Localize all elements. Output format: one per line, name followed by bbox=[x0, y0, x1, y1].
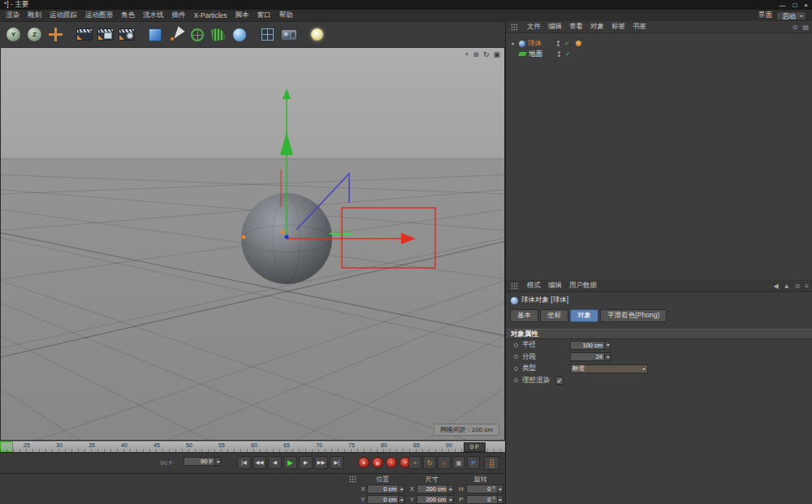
stepper-icon[interactable] bbox=[497, 496, 503, 503]
stepper-icon[interactable] bbox=[398, 485, 404, 493]
size-x-field[interactable]: 200 cm bbox=[417, 485, 454, 493]
rot-h-field[interactable]: 0 ° bbox=[466, 485, 503, 493]
goto-start-button[interactable]: |◀ bbox=[237, 456, 251, 469]
menu-item-xparticles[interactable]: X-Particles bbox=[194, 11, 227, 19]
record-objects-button[interactable]: ● bbox=[358, 457, 369, 468]
tab-coordinates[interactable]: 坐标 bbox=[540, 309, 568, 322]
panel-grip-icon[interactable] bbox=[349, 476, 356, 483]
type-dropdown[interactable]: 标准 bbox=[570, 364, 648, 373]
keyframe-dot-icon[interactable] bbox=[514, 355, 518, 359]
keyframe-dot-icon[interactable] bbox=[514, 378, 518, 382]
om-menu-view[interactable]: 查看 bbox=[569, 22, 583, 32]
maximize-button[interactable]: □ bbox=[793, 2, 797, 9]
current-frame-marker[interactable] bbox=[0, 442, 13, 452]
light-button[interactable] bbox=[308, 24, 326, 45]
keyframe-grid-button[interactable]: ⣿ bbox=[484, 456, 499, 470]
spline-pen-button[interactable] bbox=[166, 24, 185, 45]
keyframe-dot-icon[interactable] bbox=[514, 367, 518, 371]
goto-end-button[interactable]: ▶| bbox=[330, 456, 343, 469]
parameter-record-button[interactable]: ▣ bbox=[452, 456, 465, 469]
render-perfect-checkbox[interactable]: ✓ bbox=[555, 377, 564, 385]
pos-y-field[interactable]: 0 cm bbox=[367, 495, 404, 504]
perspective-viewport[interactable]: + ⊕ ↻ ▣ 网格间距 : 100 cm bbox=[0, 47, 505, 441]
stepper-icon[interactable] bbox=[447, 496, 453, 503]
radius-field[interactable]: 100 cm bbox=[570, 341, 611, 350]
layout-dropdown[interactable]: 启动 bbox=[776, 11, 806, 20]
search-icon[interactable]: ⊙ bbox=[793, 24, 798, 31]
object-manager[interactable]: ▾ 球体 ✓ 地面 ✓ bbox=[506, 33, 812, 280]
sky-button[interactable] bbox=[230, 24, 248, 45]
back-icon[interactable]: ◀ bbox=[774, 282, 779, 290]
keyframe-selection-button[interactable]: ○ bbox=[438, 456, 451, 469]
object-row-sphere[interactable]: ▾ 球体 ✓ bbox=[506, 38, 812, 49]
am-menu-edit[interactable]: 编辑 bbox=[548, 281, 562, 291]
stepper-icon[interactable] bbox=[604, 342, 610, 349]
tab-object[interactable]: 对象 bbox=[570, 309, 598, 322]
enabled-check-icon[interactable]: ✓ bbox=[565, 50, 571, 58]
om-menu-edit[interactable]: 编辑 bbox=[548, 22, 562, 32]
stepper-icon[interactable] bbox=[604, 353, 610, 360]
pos-x-field[interactable]: 0 cm bbox=[367, 485, 404, 493]
tab-phong[interactable]: 平滑着色(Phong) bbox=[600, 309, 667, 322]
stepper-icon[interactable] bbox=[398, 496, 404, 503]
subdivision-surface-button[interactable] bbox=[188, 24, 206, 45]
camera-button[interactable] bbox=[279, 24, 298, 45]
visibility-dots-icon[interactable] bbox=[557, 41, 559, 46]
menu-item-mograph[interactable]: 运动图形 bbox=[85, 11, 113, 20]
play-button[interactable]: ▶ bbox=[283, 456, 297, 469]
phong-tag-icon[interactable] bbox=[576, 41, 581, 46]
zoom-icon[interactable]: ⊕ bbox=[473, 50, 479, 58]
stepper-icon[interactable] bbox=[214, 458, 220, 465]
menu-item-plugins[interactable]: 插件 bbox=[172, 11, 186, 20]
render-picture-viewer-button[interactable] bbox=[96, 24, 114, 45]
prev-key-button[interactable]: ◀◀ bbox=[253, 456, 266, 469]
menu-icon[interactable]: ≡ bbox=[805, 282, 809, 290]
enabled-check-icon[interactable]: ✓ bbox=[564, 40, 570, 47]
up-icon[interactable]: ▲ bbox=[784, 282, 790, 290]
lock-y-axis-button[interactable]: Y bbox=[4, 24, 23, 45]
om-menu-file[interactable]: 文件 bbox=[527, 22, 541, 32]
object-name[interactable]: 地面 bbox=[529, 50, 550, 59]
rot-p-field[interactable]: 0 ° bbox=[466, 495, 503, 504]
record-scale-button[interactable]: ○ bbox=[386, 457, 397, 468]
menu-item-pipeline[interactable]: 流水线 bbox=[143, 11, 164, 20]
object-row-floor[interactable]: 地面 ✓ bbox=[506, 49, 812, 59]
array-button[interactable] bbox=[258, 24, 277, 45]
search-icon[interactable]: ⊙ bbox=[795, 282, 801, 290]
record-position-button[interactable]: ⊕ bbox=[372, 457, 383, 468]
render-settings-button[interactable] bbox=[117, 24, 136, 45]
primitive-cube-button[interactable] bbox=[145, 24, 164, 45]
menu-item-sculpt[interactable]: 雕刻 bbox=[28, 11, 41, 20]
timeline-ruler[interactable]: 25 30 35 40 45 50 55 60 65 70 75 80 85 9… bbox=[0, 441, 505, 452]
menu-item-window[interactable]: 窗口 bbox=[257, 11, 271, 20]
menu-item-render[interactable]: 渲染 bbox=[6, 11, 19, 20]
autokey-button[interactable]: ↻ bbox=[423, 456, 436, 469]
minimize-button[interactable]: — bbox=[779, 2, 785, 9]
next-frame-button[interactable]: ▶ bbox=[299, 456, 313, 469]
coordinate-system-button[interactable] bbox=[46, 24, 65, 45]
panel-grip-icon[interactable] bbox=[511, 24, 518, 31]
pla-record-button[interactable]: P bbox=[467, 456, 480, 469]
stepper-icon[interactable] bbox=[497, 485, 503, 493]
current-frame-field[interactable]: 0 F bbox=[464, 442, 486, 452]
bend-deformer-button[interactable] bbox=[209, 24, 227, 45]
expand-icon[interactable]: ▾ bbox=[512, 41, 516, 46]
am-menu-userdata[interactable]: 用户数据 bbox=[569, 281, 597, 291]
menu-item-character[interactable]: 角色 bbox=[121, 11, 135, 20]
render-view-button[interactable] bbox=[75, 24, 93, 45]
close-button[interactable]: × bbox=[804, 2, 808, 9]
size-y-field[interactable]: 200 cm bbox=[417, 495, 454, 504]
om-menu-tags[interactable]: 标签 bbox=[611, 22, 625, 32]
toggle-view-icon[interactable]: ▣ bbox=[493, 50, 500, 58]
stepper-icon[interactable] bbox=[447, 485, 453, 493]
object-name[interactable]: 球体 bbox=[528, 39, 549, 49]
filter-icon[interactable]: ▤ bbox=[802, 24, 809, 31]
move-gizmo[interactable] bbox=[1, 48, 505, 441]
lock-z-axis-button[interactable]: Z bbox=[25, 24, 44, 45]
menu-item-script[interactable]: 脚本 bbox=[235, 11, 249, 20]
visibility-dots-icon[interactable] bbox=[558, 51, 560, 57]
prev-frame-button[interactable]: ◀ bbox=[268, 456, 282, 469]
om-menu-objects[interactable]: 对象 bbox=[590, 22, 604, 32]
pan-icon[interactable]: + bbox=[464, 50, 469, 58]
rotate-icon[interactable]: ↻ bbox=[483, 50, 490, 58]
